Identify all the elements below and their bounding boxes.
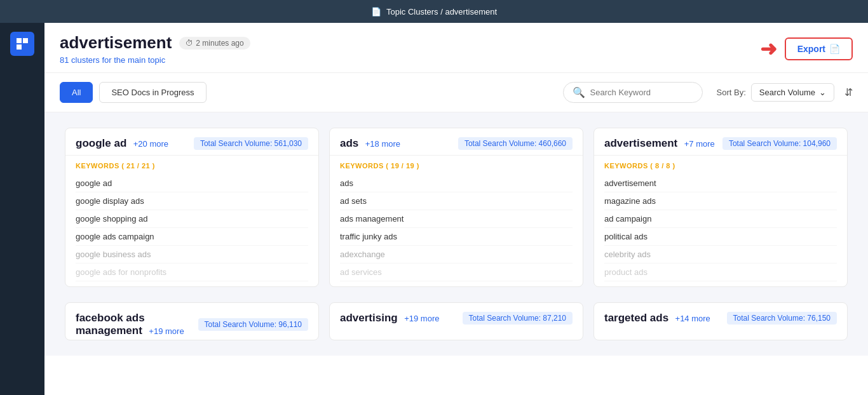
- cluster-card-ads[interactable]: ads +18 more Total Search Volume: 460,66…: [329, 128, 583, 287]
- card-header-2: advertisement +7 more Total Search Volum…: [594, 128, 847, 156]
- doc-icon: 📄: [371, 7, 381, 17]
- card-body-2: KEYWORDS ( 8 / 8 ) advertisement magazin…: [594, 156, 847, 286]
- app-logo[interactable]: [10, 32, 34, 56]
- export-icon: 📄: [829, 44, 840, 54]
- keyword-1-2: ads management: [340, 210, 573, 228]
- card-title-0: google ad +20 more: [76, 137, 168, 150]
- card-title-1: ads +18 more: [340, 137, 400, 150]
- time-text: 2 minutes ago: [196, 39, 243, 48]
- keyword-1-1: ad sets: [340, 192, 573, 210]
- card-title-row-2: advertisement +7 more Total Search Volum…: [604, 137, 837, 150]
- keyword-2-5: product ads: [604, 264, 837, 281]
- sort-section: Sort By: Search Volume ⌄ ⇵: [717, 83, 853, 102]
- bottom-card-title-row-1: advertising +19 more: [340, 312, 439, 325]
- sort-value: Search Volume: [759, 88, 815, 97]
- keywords-label-2: KEYWORDS ( 8 / 8 ): [604, 162, 837, 170]
- search-box[interactable]: 🔍: [563, 82, 703, 103]
- export-area: ➜ Export 📄: [760, 37, 853, 60]
- bottom-card-1[interactable]: advertising +19 more Total Search Volume…: [329, 302, 583, 340]
- bottom-card-2[interactable]: targeted ads +14 more Total Search Volum…: [593, 302, 848, 340]
- keywords-label-1: KEYWORDS ( 19 / 19 ): [340, 162, 573, 170]
- sort-select[interactable]: Search Volume ⌄: [751, 83, 834, 102]
- bottom-card-header-0: facebook ads management +19 more Total S…: [76, 312, 308, 337]
- seo-docs-filter-button[interactable]: SEO Docs in Progress: [99, 82, 206, 103]
- card-title-2: advertisement +7 more: [604, 137, 715, 150]
- all-filter-button[interactable]: All: [60, 82, 93, 103]
- breadcrumb-text: Topic Clusters / advertisement: [386, 7, 497, 17]
- card-title-row-1: ads +18 more Total Search Volume: 460,66…: [340, 137, 573, 150]
- time-badge: ⏱ 2 minutes ago: [179, 37, 250, 50]
- clock-icon: ⏱: [186, 39, 193, 48]
- page-header: advertisement ⏱ 2 minutes ago 81 cluster…: [44, 23, 868, 73]
- bottom-card-0[interactable]: facebook ads management +19 more Total S…: [65, 302, 319, 340]
- bottom-card-title-row-0: facebook ads management +19 more: [76, 312, 198, 337]
- search-icon: 🔍: [573, 86, 585, 98]
- main-content: advertisement ⏱ 2 minutes ago 81 cluster…: [44, 23, 868, 395]
- sort-order-icon[interactable]: ⇵: [844, 86, 853, 98]
- keyword-0-3: google ads campaign: [76, 228, 308, 246]
- keyword-1-4: adexchange: [340, 246, 573, 264]
- keyword-2-3: political ads: [604, 228, 837, 246]
- export-button[interactable]: Export 📄: [785, 37, 853, 60]
- keyword-0-4: google business ads: [76, 246, 308, 264]
- cluster-card-advertisement[interactable]: advertisement +7 more Total Search Volum…: [593, 128, 848, 287]
- sidebar: [0, 23, 44, 395]
- keyword-0-1: google display ads: [76, 192, 308, 210]
- logo-icon: [15, 36, 30, 51]
- keyword-0-0: google ad: [76, 175, 308, 192]
- title-text: advertisement: [60, 33, 172, 53]
- export-label: Export: [797, 44, 825, 54]
- keyword-0-5: google ads for nonprofits: [76, 264, 308, 281]
- keyword-2-4: celebrity ads: [604, 246, 837, 264]
- bottom-card-title-row-2: targeted ads +14 more: [604, 312, 710, 325]
- page-title: advertisement ⏱ 2 minutes ago: [60, 33, 250, 53]
- keyword-1-5: ad services: [340, 264, 573, 281]
- cluster-card-google-ad[interactable]: google ad +20 more Total Search Volume: …: [65, 128, 319, 287]
- cards-grid: google ad +20 more Total Search Volume: …: [44, 112, 868, 302]
- sort-label: Sort By:: [717, 88, 746, 97]
- keywords-label-0: KEYWORDS ( 21 / 21 ): [76, 162, 308, 170]
- keyword-2-2: ad campaign: [604, 210, 837, 228]
- keyword-0-2: google shopping ad: [76, 210, 308, 228]
- bottom-card-header-2: targeted ads +14 more Total Search Volum…: [604, 312, 837, 325]
- filter-bar: All SEO Docs in Progress 🔍 Sort By: Sear…: [44, 73, 868, 112]
- all-filter-label: All: [72, 88, 81, 97]
- keyword-2-0: advertisement: [604, 175, 837, 192]
- header-left: advertisement ⏱ 2 minutes ago 81 cluster…: [60, 33, 250, 65]
- top-bar: 📄 Topic Clusters / advertisement: [0, 0, 868, 23]
- card-header-0: google ad +20 more Total Search Volume: …: [65, 128, 318, 156]
- card-title-row-0: google ad +20 more Total Search Volume: …: [76, 137, 308, 150]
- chevron-down-icon: ⌄: [819, 88, 826, 97]
- keyword-1-3: traffic junky ads: [340, 228, 573, 246]
- arrow-icon: ➜: [760, 39, 777, 59]
- seo-docs-filter-label: SEO Docs in Progress: [111, 88, 194, 97]
- keyword-2-1: magazine ads: [604, 192, 837, 210]
- bottom-card-header-1: advertising +19 more Total Search Volume…: [340, 312, 573, 325]
- subtitle: 81 clusters for the main topic: [60, 55, 250, 65]
- card-header-1: ads +18 more Total Search Volume: 460,66…: [330, 128, 583, 156]
- card-body-1: KEYWORDS ( 19 / 19 ) ads ad sets ads man…: [330, 156, 583, 286]
- card-body-0: KEYWORDS ( 21 / 21 ) google ad google di…: [65, 156, 318, 286]
- keyword-1-0: ads: [340, 175, 573, 192]
- bottom-cards: facebook ads management +19 more Total S…: [44, 302, 868, 356]
- search-input[interactable]: [590, 88, 692, 97]
